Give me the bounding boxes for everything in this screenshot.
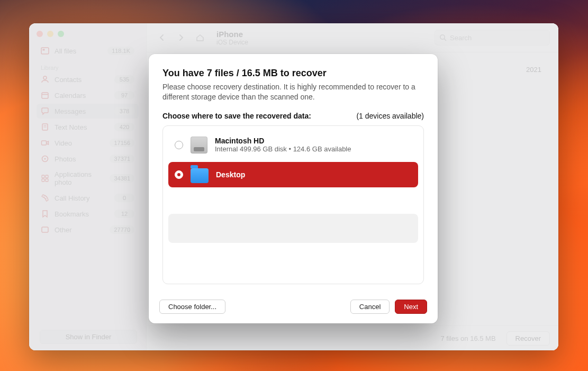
modal-title: You have 7 files / 16.5 MB to recover <box>162 68 424 79</box>
cancel-button[interactable]: Cancel <box>350 300 390 314</box>
radio-unselected-icon <box>175 141 183 149</box>
device-name: Macintosh HD <box>215 137 351 145</box>
empty-slot <box>168 214 418 243</box>
device-option-desktop[interactable]: Desktop <box>168 162 418 187</box>
recovery-destination-modal: You have 7 files / 16.5 MB to recover Pl… <box>149 54 438 323</box>
hdd-icon <box>191 137 207 153</box>
choose-folder-button[interactable]: Choose folder... <box>159 300 225 314</box>
choose-destination-label: Choose where to save the recovered data: <box>162 112 311 120</box>
devices-available-label: (1 devices available) <box>356 112 424 120</box>
next-button[interactable]: Next <box>395 300 427 314</box>
folder-icon <box>191 168 209 183</box>
device-option-macintosh-hd[interactable]: Macintosh HD Internal 499.96 GB disk • 1… <box>168 131 418 159</box>
modal-subtitle: Please choose recovery destination. It i… <box>162 82 424 102</box>
device-detail: Internal 499.96 GB disk • 124.6 GB avail… <box>215 145 351 153</box>
device-list: Macintosh HD Internal 499.96 GB disk • 1… <box>162 125 424 284</box>
device-name: Desktop <box>216 170 245 179</box>
radio-selected-icon <box>175 170 183 179</box>
